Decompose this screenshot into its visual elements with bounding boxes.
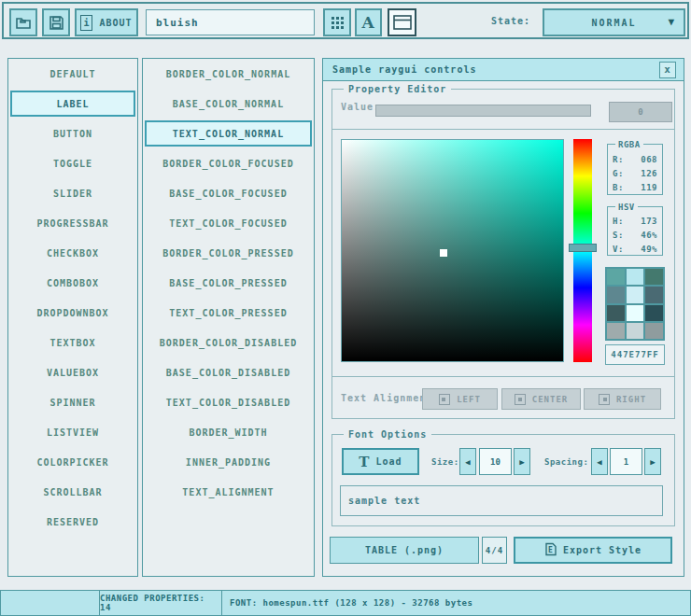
- folder-open-icon: [15, 15, 32, 30]
- b-value: 119: [641, 183, 657, 192]
- color-swatch[interactable]: [627, 305, 644, 321]
- control-item-scrollbar[interactable]: SCROLLBAR: [8, 477, 137, 507]
- size-value-box[interactable]: 10: [479, 448, 512, 475]
- about-button[interactable]: i ABOUT: [75, 8, 138, 36]
- control-item-toggle[interactable]: TOGGLE: [8, 148, 137, 178]
- align-left-button[interactable]: LEFT: [422, 388, 498, 410]
- font-options-group: Font Options T Load Size: ◀ 10 ▶ Spacing…: [331, 434, 675, 526]
- rgba-group: RGBA R: 068 G: 126 B: 119: [607, 144, 663, 195]
- state-dropdown[interactable]: NORMAL ▼: [543, 8, 685, 36]
- export-style-button[interactable]: E Export Style: [514, 537, 672, 564]
- property-item[interactable]: TEXT_COLOR_DISABLED: [143, 387, 314, 417]
- property-item[interactable]: INNER_PADDING: [143, 447, 314, 477]
- control-item-colorpicker[interactable]: COLORPICKER: [8, 447, 137, 477]
- size-increase-button[interactable]: ▶: [514, 448, 530, 475]
- control-item-button[interactable]: BUTTON: [8, 119, 137, 148]
- color-swatch[interactable]: [645, 269, 663, 285]
- control-item-default[interactable]: DEFAULT: [8, 59, 137, 89]
- property-item[interactable]: BORDER_COLOR_NORMAL: [143, 59, 314, 89]
- control-item-combobox[interactable]: COMBOBOX: [8, 268, 137, 298]
- property-item[interactable]: TEXT_COLOR_PRESSED: [143, 298, 314, 328]
- hue-cursor[interactable]: [569, 244, 597, 252]
- g-label: G:: [613, 169, 624, 178]
- save-style-button[interactable]: [42, 8, 70, 36]
- align-left-icon: [439, 394, 450, 405]
- style-name-input[interactable]: [146, 9, 315, 35]
- statusbar-empty-section: [1, 591, 100, 615]
- property-item[interactable]: BORDER_COLOR_DISABLED: [143, 328, 314, 357]
- property-item[interactable]: BASE_COLOR_FOCUSED: [143, 178, 314, 208]
- load-font-label: Load: [376, 456, 402, 467]
- property-item[interactable]: TEXT_ALIGNMENT: [143, 477, 314, 507]
- control-item-reserved[interactable]: RESERVED: [8, 507, 137, 537]
- s-label: S:: [613, 231, 624, 240]
- color-swatch[interactable]: [627, 287, 644, 302]
- color-swatch[interactable]: [645, 287, 663, 302]
- divider: [332, 376, 674, 377]
- hsv-caption: HSV: [615, 202, 638, 214]
- value-label: Value:: [341, 102, 380, 112]
- color-swatch[interactable]: [607, 323, 625, 339]
- toolbar: i ABOUT A State: NORMAL ▼: [2, 2, 689, 39]
- open-style-button[interactable]: [9, 8, 37, 36]
- spacing-increase-button[interactable]: ▶: [644, 448, 661, 475]
- grid-mode-button[interactable]: [323, 8, 351, 36]
- property-item[interactable]: BASE_COLOR_DISABLED: [143, 357, 314, 387]
- color-swatch[interactable]: [607, 269, 625, 285]
- g-value: 126: [641, 169, 657, 178]
- control-item-label[interactable]: LABEL: [10, 91, 135, 117]
- font-info-text: FONT: homespun.ttf (128 x 128) - 32768 b…: [230, 598, 472, 608]
- export-style-label: Export Style: [563, 545, 642, 555]
- properties-list: BORDER_COLOR_NORMAL BASE_COLOR_NORMAL TE…: [142, 58, 315, 577]
- font-mode-button[interactable]: A: [355, 8, 382, 36]
- h-label: H:: [613, 217, 624, 226]
- property-item[interactable]: BORDER_COLOR_PRESSED: [143, 238, 314, 268]
- color-swatch[interactable]: [607, 305, 625, 321]
- load-font-button[interactable]: T Load: [342, 448, 419, 475]
- property-item-selected[interactable]: TEXT_COLOR_NORMAL: [145, 120, 312, 147]
- rgba-row-g: G: 126: [608, 166, 662, 180]
- color-sv-cursor[interactable]: [440, 249, 447, 257]
- property-editor-caption: Property Editor: [344, 83, 451, 95]
- spacing-value-box[interactable]: 1: [610, 448, 642, 475]
- sample-text-input[interactable]: [340, 485, 663, 516]
- export-format-button[interactable]: TABLE (.png): [330, 537, 479, 564]
- align-left-label: LEFT: [457, 395, 481, 404]
- window-titlebar[interactable]: Sample raygui controls x: [323, 59, 684, 81]
- property-item[interactable]: BASE_COLOR_PRESSED: [143, 268, 314, 298]
- control-item-spinner[interactable]: SPINNER: [8, 387, 137, 417]
- close-button[interactable]: x: [659, 62, 676, 78]
- control-item-slider[interactable]: SLIDER: [8, 178, 137, 208]
- color-swatch[interactable]: [607, 287, 625, 302]
- property-item[interactable]: BASE_COLOR_NORMAL: [143, 89, 314, 119]
- control-item-dropdownbox[interactable]: DROPDOWNBOX: [8, 298, 137, 328]
- spacing-decrease-button[interactable]: ◀: [591, 448, 608, 475]
- window-title: Sample raygui controls: [332, 64, 476, 75]
- control-item-valuebox[interactable]: VALUEBOX: [8, 357, 137, 387]
- align-center-button[interactable]: CENTER: [501, 388, 581, 410]
- right-arrow-icon: ▶: [519, 457, 524, 467]
- control-item-checkbox[interactable]: CHECKBOX: [8, 238, 137, 268]
- align-right-button[interactable]: RIGHT: [584, 388, 661, 410]
- control-item-listview[interactable]: LISTVIEW: [8, 417, 137, 447]
- color-swatch[interactable]: [645, 323, 663, 339]
- property-item[interactable]: BORDER_WIDTH: [143, 417, 314, 447]
- chevron-down-icon: ▼: [668, 16, 674, 28]
- color-swatch[interactable]: [645, 305, 663, 321]
- control-item-progressbar[interactable]: PROGRESSBAR: [8, 208, 137, 238]
- hue-bar[interactable]: [573, 139, 592, 362]
- color-swatch[interactable]: [627, 323, 644, 339]
- property-item[interactable]: TEXT_COLOR_FOCUSED: [143, 208, 314, 238]
- state-dropdown-value: NORMAL: [591, 18, 636, 28]
- color-sv-area[interactable]: [341, 139, 564, 362]
- property-item[interactable]: BORDER_COLOR_FOCUSED: [143, 148, 314, 178]
- align-center-icon: [515, 394, 526, 405]
- hex-value-field[interactable]: 447E77FF: [605, 344, 665, 365]
- value-slider[interactable]: [375, 105, 591, 117]
- color-swatch[interactable]: [627, 269, 644, 285]
- align-center-label: CENTER: [532, 395, 569, 404]
- value-button[interactable]: 0: [609, 102, 672, 122]
- control-item-textbox[interactable]: TEXTBOX: [8, 328, 137, 357]
- window-mode-button[interactable]: [388, 8, 416, 36]
- size-decrease-button[interactable]: ◀: [459, 448, 476, 475]
